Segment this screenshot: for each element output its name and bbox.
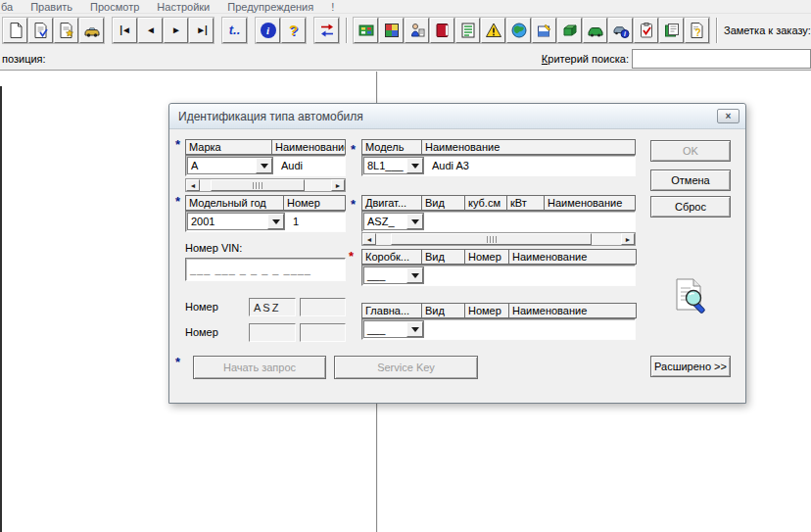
list-button[interactable] — [455, 18, 480, 43]
edit-box-button[interactable] — [532, 18, 556, 43]
chevron-down-icon — [261, 164, 268, 169]
extended-button[interactable]: Расширено >> — [650, 356, 731, 377]
year-field-row: 2001 1 — [185, 211, 346, 232]
swap-button[interactable] — [314, 18, 339, 43]
final-drive-number-header: Номер — [464, 303, 509, 318]
edit-form-button[interactable] — [28, 18, 53, 43]
vehicle-button[interactable] — [79, 18, 104, 43]
final-drive-combo-value: ___ — [364, 321, 406, 337]
number-field-1b[interactable] — [300, 298, 346, 316]
cancel-button[interactable]: Отмена — [650, 169, 731, 191]
menu-item-help[interactable]: ! — [331, 1, 334, 13]
model-combo[interactable]: 8L1___ — [363, 157, 424, 174]
final-drive-combo[interactable]: ___ — [363, 320, 424, 338]
doc-question-icon: ? — [689, 22, 706, 39]
dialog-title-bar[interactable]: Идентификация типа автомобиля × — [169, 104, 745, 129]
ok-button[interactable]: OK — [650, 140, 731, 162]
new-document-button[interactable] — [3, 18, 27, 43]
doc-question-button[interactable]: ? — [685, 18, 709, 43]
app-window: ба Править Просмотр Настройки Предупрежд… — [0, 0, 811, 532]
brand-scrollbar[interactable]: ◄ ► — [185, 178, 346, 192]
vehicle-info-button[interactable]: i — [608, 18, 633, 43]
required-marker: * — [351, 201, 356, 209]
order-note-label: Заметка к заказу: — [724, 24, 811, 36]
number-field-2b[interactable] — [300, 323, 346, 342]
model-name-value: Audi A3 — [425, 156, 469, 175]
scroll-right-button[interactable]: ► — [331, 179, 345, 191]
menu-item-file[interactable]: ба — [1, 1, 13, 13]
service-key-button[interactable]: Service Key — [334, 356, 478, 379]
brand-header-row: Марка Наименование — [185, 139, 346, 155]
t-history-icon: t.. — [229, 23, 241, 37]
scroll-track[interactable] — [200, 179, 331, 191]
reset-button[interactable]: Сброс — [650, 196, 731, 218]
globe-button[interactable] — [506, 18, 531, 43]
checklist-button[interactable] — [634, 18, 658, 43]
document-search-icon — [669, 276, 710, 319]
engine-dropdown-button[interactable] — [406, 214, 423, 229]
parts-card-icon — [358, 22, 375, 39]
menu-item-warnings[interactable]: Предупреждения — [227, 1, 313, 13]
customer-button[interactable] — [405, 18, 429, 43]
vin-mask: ___ ___ _ _ _ _ ____ — [190, 264, 311, 275]
year-dropdown-button[interactable] — [267, 214, 284, 229]
part-block-button[interactable] — [557, 18, 582, 43]
vin-input[interactable]: ___ ___ _ _ _ _ ____ — [185, 258, 346, 281]
nav-next-button[interactable]: ► — [164, 18, 188, 43]
scroll-left-button[interactable]: ◄ — [362, 233, 376, 245]
scroll-track[interactable] — [376, 233, 621, 245]
model-dropdown-button[interactable] — [406, 158, 423, 173]
warnings-button[interactable] — [481, 18, 505, 43]
gearbox-combo[interactable]: ___ — [363, 266, 424, 284]
help-button[interactable]: ? — [281, 18, 306, 43]
engine-scrollbar[interactable]: ◄ ► — [361, 232, 636, 246]
gearbox-dropdown-button[interactable] — [406, 267, 423, 283]
engine-type-header: Вид — [421, 195, 465, 211]
menu-item-edit[interactable]: Править — [30, 1, 72, 13]
final-drive-dropdown-button[interactable] — [406, 321, 423, 337]
vehicle-data-button[interactable] — [583, 18, 607, 43]
grip-icon — [253, 182, 262, 189]
close-button[interactable]: × — [717, 109, 739, 123]
nav-last-button[interactable]: ►| — [189, 18, 214, 43]
left-panel-edge — [0, 86, 2, 532]
brand-name-value: Audi — [274, 156, 303, 175]
brand-header: Марка — [185, 139, 272, 155]
scroll-thumb[interactable] — [211, 179, 305, 191]
brand-name-header: Наименование — [271, 139, 346, 155]
arrow-right-icon: ► — [335, 182, 342, 189]
info-button[interactable]: i — [256, 18, 280, 43]
brand-combo[interactable]: A — [187, 157, 273, 174]
gearbox-field-row: ___ — [361, 265, 636, 286]
history-button[interactable]: t.. — [222, 18, 247, 43]
scroll-thumb[interactable] — [391, 233, 592, 245]
nav-first-button[interactable]: |◄ — [113, 18, 137, 43]
number-field-1a[interactable]: ASZ — [249, 298, 296, 316]
final-drive-field-row: ___ — [361, 318, 636, 340]
color-grid-button[interactable] — [379, 18, 404, 43]
number-field-2a[interactable] — [249, 323, 296, 342]
nav-first-icon: |◄ — [119, 24, 130, 35]
car-info-icon: i — [612, 22, 630, 39]
new-note-button[interactable] — [54, 18, 78, 43]
scroll-right-button[interactable]: ► — [621, 233, 635, 245]
cards-button[interactable] — [659, 18, 684, 43]
search-criterion-input[interactable] — [632, 49, 811, 69]
year-number-value: 1 — [286, 212, 299, 231]
start-query-button[interactable]: Начать запрос — [193, 356, 326, 379]
green-car-icon — [587, 22, 604, 39]
warning-icon — [485, 22, 502, 39]
year-combo[interactable]: 2001 — [187, 213, 285, 230]
brand-dropdown-button[interactable] — [256, 158, 272, 173]
scroll-left-button[interactable]: ◄ — [186, 179, 200, 191]
menu-item-view[interactable]: Просмотр — [90, 1, 139, 13]
arrow-right-icon: ► — [625, 236, 632, 243]
catalog-book-button[interactable] — [430, 18, 454, 43]
engine-combo[interactable]: ASZ_ — [363, 213, 424, 230]
menu-item-settings[interactable]: Настройки — [157, 1, 210, 13]
chevron-down-icon — [411, 164, 419, 169]
vin-label: Номер VIN: — [185, 242, 242, 254]
parts-card-button[interactable] — [354, 18, 378, 43]
nav-prev-button[interactable]: ◄ — [138, 18, 163, 43]
model-header: Модель — [361, 139, 422, 155]
